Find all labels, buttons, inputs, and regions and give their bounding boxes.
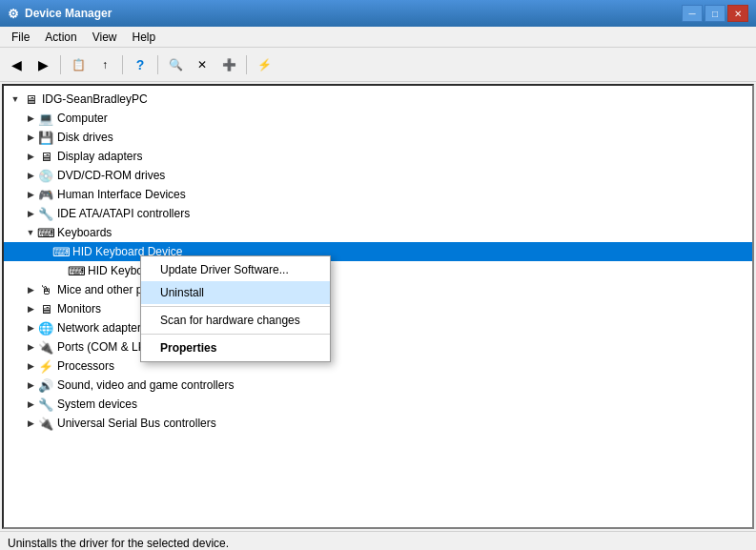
hid-icon: 🎮 [38,187,53,202]
ctx-update-driver[interactable]: Update Driver Software... [141,258,330,281]
monitors-icon: 🖥 [38,301,53,316]
uninstall-button[interactable]: ✕ [190,52,215,77]
hid-keyboard-icon: ⌨ [53,244,69,259]
tree-item-display-adapters[interactable]: ▶ 🖥 Display adapters [4,147,752,166]
tree-item-ports[interactable]: ▶ 🔌 Ports (COM & LPT) [4,337,752,356]
back-button[interactable]: ◀ [4,52,29,77]
properties-button[interactable]: 📋 [66,52,91,77]
toolbar-separator-1 [60,55,61,74]
scan-hardware-button[interactable]: 🔍 [163,52,188,77]
hid-keyboard-2-icon: ⌨ [69,263,84,278]
ctx-update-driver-label: Update Driver Software... [160,263,289,276]
extra-button[interactable]: ⚡ [252,52,276,77]
root-icon: 🖥 [23,92,38,107]
toolbar-separator-2 [122,55,123,74]
expand-icon-sound: ▶ [23,377,38,393]
display-icon: 🖥 [38,149,53,164]
status-text: Uninstalls the driver for the selected d… [8,537,229,550]
root-label: IDG-SeanBradleyPC [42,92,148,106]
mice-icon: 🖱 [38,282,53,297]
usb-label: Universal Serial Bus controllers [57,417,216,430]
context-menu: Update Driver Software... Uninstall Scan… [140,255,331,362]
monitors-label: Monitors [57,302,101,316]
menu-view[interactable]: View [85,29,125,46]
tree-item-ide[interactable]: ▶ 🔧 IDE ATA/ATAPI controllers [4,204,752,223]
hid-label: Human Interface Devices [57,188,186,201]
ide-label: IDE ATA/ATAPI controllers [57,207,190,220]
usb-icon: 🔌 [38,416,53,431]
dvd-icon: 💿 [38,168,53,183]
window-controls: ─ □ ✕ [682,5,748,22]
tree-root[interactable]: ▼ 🖥 IDG-SeanBradleyPC [4,90,752,109]
toolbar: ◀ ▶ 📋 ↑ ? 🔍 ✕ ➕ ⚡ [0,48,756,82]
disk-icon: 💾 [38,130,53,145]
update-driver-button[interactable]: ↑ [92,52,117,77]
ctx-scan-label: Scan for hardware changes [160,314,300,327]
expand-icon-ports: ▶ [23,339,38,355]
sound-icon: 🔊 [38,377,53,393]
ctx-scan-hardware[interactable]: Scan for hardware changes [141,309,330,332]
network-icon: 🌐 [38,320,53,336]
device-tree-container[interactable]: ▼ 🖥 IDG-SeanBradleyPC ▶ 💻 Computer ▶ 💾 D… [2,84,754,529]
ctx-separator [141,306,330,307]
expand-icon-ide: ▶ [23,206,38,221]
sound-label: Sound, video and game controllers [57,378,234,392]
tree-item-sound[interactable]: ▶ 🔊 Sound, video and game controllers [4,376,752,395]
expand-icon-system: ▶ [23,397,38,412]
menu-action[interactable]: Action [37,29,84,46]
expand-icon-disk: ▶ [23,130,38,145]
expand-icon-processors: ▶ [23,358,38,374]
tree-item-system[interactable]: ▶ 🔧 System devices [4,395,752,414]
expand-icon-mice: ▶ [23,282,38,297]
tree-item-usb[interactable]: ▶ 🔌 Universal Serial Bus controllers [4,414,752,433]
ctx-uninstall[interactable]: Uninstall [141,281,330,304]
network-label: Network adapters [57,321,147,335]
toolbar-separator-4 [246,55,247,74]
expand-icon-root: ▼ [8,92,23,107]
menu-bar: File Action View Help [0,27,756,48]
system-label: System devices [57,397,137,411]
expand-icon-hid: ▶ [23,187,38,202]
tree-item-disk-drives[interactable]: ▶ 💾 Disk drives [4,128,752,147]
ctx-properties-label: Properties [160,341,216,355]
expand-icon-monitors: ▶ [23,301,38,316]
dvd-label: DVD/CD-ROM drives [57,169,165,182]
window-title: Device Manager [25,7,112,20]
computer-icon: 💻 [38,111,53,126]
processors-icon: ⚡ [38,358,53,374]
tree-item-dvdrom[interactable]: ▶ 💿 DVD/CD-ROM drives [4,166,752,185]
keyboards-label: Keyboards [57,226,112,239]
title-bar: ⚙ Device Manager ─ □ ✕ [0,0,756,27]
processors-label: Processors [57,359,114,373]
expand-icon-network: ▶ [23,320,38,336]
ctx-properties[interactable]: Properties [141,336,330,359]
display-label: Display adapters [57,150,142,163]
expand-icon-usb: ▶ [23,416,38,431]
help-button[interactable]: ? [128,52,153,77]
close-button[interactable]: ✕ [727,5,748,22]
tree-item-hid-keyboard[interactable]: ⌨ HID Keyboard Device [4,242,752,261]
tree-item-monitors[interactable]: ▶ 🖥 Monitors [4,299,752,318]
ide-icon: 🔧 [38,206,53,221]
add-legacy-button[interactable]: ➕ [216,52,241,77]
expand-icon-computer: ▶ [23,111,38,126]
tree-item-hid[interactable]: ▶ 🎮 Human Interface Devices [4,185,752,204]
tree-item-network[interactable]: ▶ 🌐 Network adapters [4,318,752,337]
tree-item-processors[interactable]: ▶ ⚡ Processors [4,356,752,376]
expand-icon-display: ▶ [23,149,38,164]
menu-help[interactable]: Help [125,29,164,46]
ctx-separator-2 [141,334,330,335]
maximize-button[interactable]: □ [705,5,725,22]
status-bar: Uninstalls the driver for the selected d… [0,531,756,550]
menu-file[interactable]: File [4,29,37,46]
forward-button[interactable]: ▶ [31,52,55,77]
toolbar-separator-3 [157,55,158,74]
device-tree: ▼ 🖥 IDG-SeanBradleyPC ▶ 💻 Computer ▶ 💾 D… [4,86,752,437]
minimize-button[interactable]: ─ [682,5,703,22]
window-icon: ⚙ [8,7,19,21]
tree-item-computer[interactable]: ▶ 💻 Computer [4,109,752,128]
ports-icon: 🔌 [38,339,53,355]
tree-item-keyboards[interactable]: ▼ ⌨ Keyboards [4,223,752,242]
tree-item-mice[interactable]: ▶ 🖱 Mice and other pointing devices [4,280,752,299]
tree-item-hid-keyboard-2[interactable]: ⌨ HID Keyboard Device [4,261,752,280]
